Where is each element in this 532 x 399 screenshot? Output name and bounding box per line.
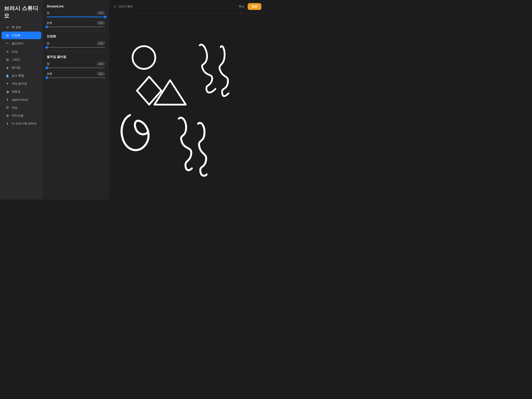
sidebar-item-shape[interactable]: ✳ 모양 [1, 48, 41, 56]
app-layout: 브러시 스튜디오 ↺ 획 경로 ◎ 안정화 〜 끝단처리 ✳ 모양 ⊞ 그레인 … [0, 0, 266, 200]
motion-expression-label: 표현 [47, 72, 52, 76]
cancel-button[interactable]: 취소 [239, 5, 245, 8]
streamline-pressure-container: 압력 없음 [47, 21, 105, 27]
streamline-pressure-thumb[interactable] [45, 26, 48, 28]
drawing-header: ↗ 그리기 패드 취소 완료 [109, 0, 266, 13]
streamline-pressure-value: 없음 [97, 21, 105, 25]
streamline-amount-label: 양 [47, 11, 50, 15]
drawing-pad-text: 그리기 패드 [118, 5, 133, 8]
sidebar: 브러시 스튜디오 ↺ 획 경로 ◎ 안정화 〜 끝단처리 ✳ 모양 ⊞ 그레인 … [0, 0, 43, 200]
streamline-pressure-label: 압력 [47, 21, 52, 25]
wet-mix-icon: 💧 [6, 74, 9, 77]
sidebar-item-material[interactable]: ⊕ 머티리얼 [1, 112, 41, 119]
sidebar-item-stroke-path[interactable]: ↺ 획 경로 [1, 24, 41, 31]
sidebar-item-properties[interactable]: ☰ 속성 [1, 104, 41, 111]
stabilization-title: 안정화 [47, 34, 105, 39]
motion-amount-container: 양 없음 [47, 62, 105, 68]
motion-amount-track[interactable] [47, 67, 105, 68]
motion-amount-value: 없음 [97, 62, 105, 66]
streamline-amount-value: 최대 [97, 11, 105, 15]
streamline-pressure-track[interactable] [47, 26, 105, 27]
sidebar-item-label: 획 경로 [12, 26, 21, 29]
motion-amount-thumb[interactable] [45, 66, 48, 69]
sidebar-item-apple-pencil[interactable]: ℹ Apple Pencil [1, 96, 41, 103]
rendering-icon: ◈ [6, 66, 9, 70]
sidebar-item-label: 색상 움직임 [12, 82, 27, 85]
sidebar-item-label: Apple Pencil [12, 98, 28, 101]
done-button[interactable]: 완료 [248, 3, 261, 10]
sidebar-item-variation[interactable]: ◑ 변동성 [1, 88, 41, 96]
sidebar-item-stabilize[interactable]: ◎ 안정화 [1, 32, 41, 39]
end-treatment-icon: 〜 [6, 41, 9, 45]
drawing-pad-icon: ↗ [114, 5, 116, 8]
header-actions: 취소 완료 [239, 3, 261, 10]
grain-icon: ⊞ [6, 58, 9, 62]
sidebar-title: 브러시 스튜디오 [0, 0, 43, 23]
motion-expression-container: 표현 없음 [47, 72, 105, 78]
canvas-svg [109, 13, 266, 200]
streamline-amount-thumb[interactable] [104, 16, 107, 18]
divider-1 [47, 31, 105, 31]
stabilization-amount-value: 없음 [97, 41, 105, 45]
sidebar-item-label: 끝단처리 [12, 42, 23, 45]
drawing-area: ↗ 그리기 패드 취소 완료 [109, 0, 266, 200]
sidebar-item-grain[interactable]: ⊞ 그레인 [1, 56, 41, 64]
sidebar-item-label: 속성 [12, 106, 18, 109]
sidebar-item-wet-mix[interactable]: 💧 습식 혼합 [1, 72, 41, 79]
sidebar-item-label: 변동성 [12, 90, 20, 94]
stroke-path-icon: ↺ [6, 26, 9, 29]
stabilize-icon: ◎ [6, 33, 9, 37]
drawing-canvas[interactable] [109, 13, 266, 200]
sidebar-item-rendering[interactable]: ◈ 렌더링 [1, 64, 41, 71]
properties-icon: ☰ [6, 106, 9, 109]
sidebar-item-label: 안정화 [12, 33, 20, 37]
streamline-amount-fill [47, 17, 105, 17]
shape-icon: ✳ [6, 50, 9, 54]
streamline-amount-track[interactable] [47, 17, 105, 17]
sidebar-item-label: 모양 [12, 50, 18, 54]
sidebar-item-label: 그레인 [12, 58, 20, 62]
streamline-amount-container: 양 최대 [47, 11, 105, 17]
motion-expression-thumb[interactable] [45, 76, 48, 79]
sidebar-item-end-treatment[interactable]: 〜 끝단처리 [1, 39, 41, 48]
stabilization-amount-container: 양 없음 [47, 41, 105, 48]
color-dynamics-icon: ✦ [6, 82, 9, 85]
streamline-title: StreamLine [47, 5, 105, 8]
sidebar-item-color-dynamics[interactable]: ✦ 색상 움직임 [1, 80, 41, 87]
divider-2 [47, 51, 105, 51]
motion-filtering-title: 움직임 필터링 [47, 55, 105, 59]
apple-pencil-icon: ℹ [6, 98, 9, 102]
sidebar-item-label: 렌더링 [12, 66, 20, 70]
sidebar-item-label: 습식 혼합 [12, 74, 24, 77]
motion-amount-label: 양 [47, 62, 50, 66]
svg-point-0 [133, 46, 155, 69]
center-panel: StreamLine 양 최대 압력 없음 안정화 [43, 0, 109, 200]
stabilization-amount-label: 양 [47, 42, 50, 45]
sidebar-item-label: 머티리얼 [12, 114, 23, 117]
stabilization-amount-track[interactable] [47, 47, 105, 48]
sidebar-item-about[interactable]: ℹ 이 브러시에 관하여 [1, 120, 41, 127]
sidebar-item-label: 이 브러시에 관하여 [12, 122, 37, 125]
drawing-pad-label: ↗ 그리기 패드 [114, 5, 133, 8]
motion-expression-value: 없음 [97, 72, 105, 76]
variation-icon: ◑ [6, 90, 9, 94]
about-icon: ℹ [6, 122, 9, 125]
material-icon: ⊕ [6, 114, 9, 117]
stabilization-amount-thumb[interactable] [45, 46, 48, 49]
motion-expression-track[interactable] [47, 77, 105, 78]
